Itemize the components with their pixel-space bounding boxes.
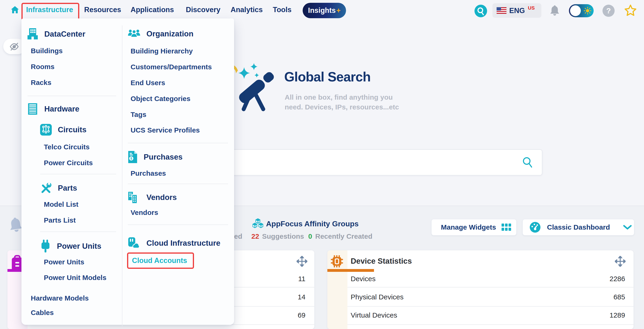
eye-slash-icon — [9, 42, 19, 52]
stat-row-value: 1289 — [610, 311, 625, 319]
menu-section-organization[interactable]: Organization — [128, 29, 194, 39]
toggle-knob — [570, 5, 581, 16]
annotation-box-cloud-accounts: Cloud Accounts — [127, 252, 194, 269]
tools-icon — [40, 182, 52, 194]
recently-created-count: 0 — [308, 232, 312, 240]
invoice-icon: $ — [128, 151, 138, 163]
menu-item-power-unit-models[interactable]: Power Unit Models — [44, 274, 106, 282]
menu-item-vendors[interactable]: Vendors — [130, 209, 158, 216]
menu-section-title: Hardware — [44, 105, 79, 113]
menu-section-power-units[interactable]: Power Units — [40, 240, 102, 253]
menu-item-object-categories[interactable]: Object Categories — [130, 95, 190, 103]
language-region: US — [528, 5, 535, 11]
recently-created-label: Recently Created — [315, 232, 372, 240]
stat-row-value: 2286 — [610, 275, 625, 283]
move-widget-icon[interactable] — [296, 256, 307, 267]
left-widget-value: 69 — [298, 311, 306, 319]
stat-row-label: Physical Devices — [351, 293, 404, 301]
nav-discovery[interactable]: Discovery — [186, 6, 220, 14]
menu-item-cloud-accounts[interactable]: Cloud Accounts — [132, 256, 187, 265]
menu-item-ucs-service-profiles[interactable]: UCS Service Profiles — [130, 126, 200, 134]
power-plug-icon — [40, 240, 51, 253]
menu-divider — [128, 143, 228, 143]
menu-item-tags[interactable]: Tags — [130, 111, 146, 119]
menu-item-cables[interactable]: Cables — [31, 309, 54, 317]
menu-section-circuits[interactable]: Circuits — [40, 124, 86, 136]
menu-section-cloud-infrastructure[interactable]: Cloud Infrastructure — [128, 237, 220, 249]
people-icon — [128, 29, 140, 39]
menu-item-rooms[interactable]: Rooms — [31, 63, 54, 71]
grid-icon — [502, 223, 512, 231]
help-button[interactable]: ? — [602, 5, 614, 18]
nav-resources[interactable]: Resources — [84, 6, 121, 14]
dashboard-selector[interactable]: Classic Dashboard — [522, 219, 634, 235]
menu-item-building-hierarchy[interactable]: Building Hierarchy — [130, 47, 193, 55]
hero-subtitle-line2: need. Devices, IPs, resources...etc — [285, 102, 399, 112]
menu-divider — [28, 96, 116, 96]
device-statistics-title: Device Statistics — [351, 257, 412, 265]
menu-section-vendors[interactable]: Vendors — [128, 191, 177, 203]
menu-item-model-list[interactable]: Model List — [44, 200, 78, 208]
nav-applications[interactable]: Applications — [130, 6, 174, 14]
cloud-server-icon — [128, 237, 140, 249]
menu-item-customers-departments[interactable]: Customers/Departments — [130, 63, 212, 71]
insights-plus-sign: + — [336, 6, 341, 15]
menu-section-purchases[interactable]: $ Purchases — [128, 151, 182, 163]
menu-item-purchases[interactable]: Purchases — [130, 169, 166, 177]
global-search-button[interactable] — [474, 5, 487, 18]
menu-item-racks[interactable]: Racks — [31, 79, 51, 87]
chip-icon — [331, 255, 343, 268]
star-icon — [624, 4, 637, 17]
menu-section-parts[interactable]: Parts — [40, 182, 77, 194]
bell-icon — [549, 5, 560, 17]
menu-section-hardware[interactable]: Hardware — [27, 103, 79, 115]
language-selector[interactable]: ENG US — [492, 3, 542, 18]
sun-icon — [584, 7, 591, 15]
menu-item-power-circuits[interactable]: Power Circuits — [44, 159, 93, 167]
menu-item-power-units[interactable]: Power Units — [44, 258, 84, 266]
home-icon[interactable] — [10, 5, 20, 16]
menu-item-hardware-models[interactable]: Hardware Models — [31, 294, 88, 302]
theme-toggle[interactable] — [569, 4, 594, 17]
menu-section-title: Circuits — [58, 125, 86, 134]
insights-plus-button[interactable]: Insights+ — [303, 3, 346, 18]
device-statistics-underline — [327, 269, 374, 272]
insights-label: Insights — [308, 6, 336, 15]
buildings-icon — [128, 191, 140, 203]
menu-section-title: Organization — [146, 30, 194, 38]
manage-widgets-button[interactable]: Manage Widgets — [431, 219, 516, 235]
menu-section-datacenter[interactable]: DataCenter — [27, 28, 85, 40]
menu-item-buildings[interactable]: Buildings — [31, 47, 63, 55]
circuit-icon — [40, 124, 52, 136]
nav-analytics[interactable]: Analytics — [230, 6, 263, 14]
menu-section-title: Parts — [58, 184, 77, 192]
search-submit-icon[interactable] — [522, 156, 534, 169]
bell-illustration — [8, 216, 23, 236]
row-divider — [348, 287, 634, 287]
stat-row-label: Virtual Devices — [351, 311, 397, 319]
device-statistics-widget: Device Statistics Devices 2286 Physical … — [327, 250, 634, 329]
suggestions-label: Suggestions — [262, 232, 304, 240]
stat-row-value: 685 — [614, 293, 625, 301]
nav-tools[interactable]: Tools — [273, 6, 292, 14]
menu-divider — [40, 231, 116, 232]
gauge-icon — [529, 221, 541, 233]
nav-infrastructure[interactable]: Infrastructure — [26, 6, 73, 14]
menu-section-title: DataCenter — [44, 30, 85, 39]
menu-item-end-users[interactable]: End Users — [130, 79, 165, 87]
move-widget-icon[interactable] — [615, 256, 626, 267]
chevron-down-icon — [623, 225, 632, 230]
menu-divider — [40, 174, 116, 174]
notifications-button[interactable] — [549, 5, 560, 18]
menu-divider — [128, 224, 228, 225]
hero-subtitle-line1: All in one box, find anything you — [285, 92, 393, 102]
infrastructure-mega-menu: DataCenter Buildings Rooms Racks Hardwar… — [22, 19, 234, 325]
appfocus-title: AppFocus Affinity Groups — [266, 220, 358, 228]
favorites-button[interactable] — [624, 4, 637, 18]
menu-item-telco-circuits[interactable]: Telco Circuits — [44, 143, 90, 151]
appfocus-icon — [252, 218, 263, 230]
left-widget-value: 11 — [298, 275, 306, 283]
menu-item-parts-list[interactable]: Parts List — [44, 216, 76, 224]
menu-section-title: Cloud Infrastructure — [146, 239, 220, 248]
language-code: ENG — [509, 7, 525, 15]
